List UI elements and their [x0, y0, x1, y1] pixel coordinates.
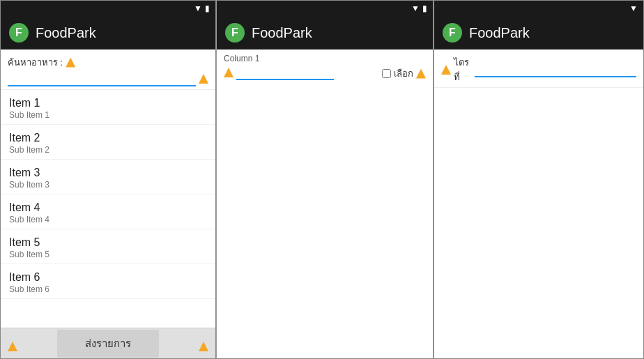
battery-icon-2: ▮ — [422, 3, 427, 13]
column-input[interactable] — [236, 65, 334, 80]
item-title-6: Item 6 — [9, 271, 207, 284]
item-subtitle-3: Sub Item 3 — [9, 180, 207, 190]
column-label: Column 1 — [224, 54, 375, 63]
warning-icon-col — [224, 68, 233, 77]
app-bar-3: F FoodPark — [434, 16, 643, 49]
battery-icon-1: ▮ — [205, 3, 210, 13]
item-subtitle-2: Sub Item 2 — [9, 145, 207, 155]
checkbox-label: เลือก — [394, 66, 413, 81]
checkbox-row: เลือก — [382, 66, 426, 81]
send-button[interactable]: ส่งรายการ — [57, 330, 159, 358]
warning-icon-footer — [8, 342, 17, 351]
panel-3: ▼ F FoodPark ไตรที่ — [434, 0, 644, 359]
status-bar-1: ▼ ▮ — [1, 1, 215, 16]
item-title-2: Item 2 — [9, 132, 207, 144]
search-input-1[interactable] — [8, 71, 196, 86]
footer-bar-1: ส่งรายการ — [1, 328, 215, 358]
signal-icon-1: ▼ — [194, 3, 202, 13]
thai-label: ไตรที่ — [454, 55, 472, 84]
item-title-1: Item 1 — [9, 97, 207, 109]
panel-1: ▼ ▮ F FoodPark ค้นหาอาหาร : Item 1 Sub I… — [0, 0, 216, 359]
list-item-6[interactable]: Item 6 Sub Item 6 — [1, 264, 215, 299]
select-checkbox[interactable] — [382, 69, 391, 78]
item-title-3: Item 3 — [9, 167, 207, 179]
list-area-1: Item 1 Sub Item 1 Item 2 Sub Item 2 Item… — [1, 90, 215, 328]
item-subtitle-1: Sub Item 1 — [9, 110, 207, 120]
status-bar-2: ▼ ▮ — [217, 1, 433, 16]
warning-icon-1 — [66, 58, 75, 68]
search-label-1: ค้นหาอาหาร : — [8, 55, 208, 70]
status-bar-3: ▼ — [434, 1, 643, 16]
item-subtitle-4: Sub Item 4 — [9, 215, 207, 224]
warning-icon-footer2 — [199, 342, 208, 351]
warning-icon-chk — [416, 69, 426, 79]
warning-icon-2 — [199, 74, 208, 84]
list-item-2[interactable]: Item 2 Sub Item 2 — [1, 125, 215, 160]
column-area: Column 1 เลือก — [217, 49, 433, 85]
thai-input[interactable] — [475, 62, 636, 77]
list-item-4[interactable]: Item 4 Sub Item 4 — [1, 194, 215, 229]
signal-icon-2: ▼ — [411, 3, 420, 13]
app-title-1: FoodPark — [36, 25, 96, 41]
content-area-3 — [434, 88, 643, 358]
panel-2: ▼ ▮ F FoodPark Column 1 เลือก — [216, 0, 434, 359]
app-icon-1: F — [9, 23, 29, 43]
app-icon-3: F — [443, 23, 462, 43]
item-subtitle-5: Sub Item 5 — [9, 250, 207, 259]
app-title-2: FoodPark — [252, 25, 312, 41]
content-area-2 — [217, 85, 433, 358]
app-icon-2: F — [225, 23, 245, 43]
search-area-1: ค้นหาอาหาร : — [1, 49, 215, 90]
item-title-5: Item 5 — [9, 236, 207, 249]
list-item-1[interactable]: Item 1 Sub Item 1 — [1, 90, 215, 125]
app-title-3: FoodPark — [469, 25, 530, 41]
item-title-4: Item 4 — [9, 201, 207, 214]
signal-icon-3: ▼ — [629, 3, 638, 13]
item-subtitle-6: Sub Item 6 — [9, 284, 207, 294]
app-bar-1: F FoodPark — [1, 16, 215, 49]
search-area-3: ไตรที่ — [434, 49, 643, 88]
list-item-5[interactable]: Item 5 Sub Item 5 — [1, 229, 215, 264]
warning-icon-thai — [441, 65, 451, 75]
list-item-3[interactable]: Item 3 Sub Item 3 — [1, 160, 215, 194]
app-bar-2: F FoodPark — [217, 16, 433, 49]
search-input-row — [8, 71, 208, 86]
